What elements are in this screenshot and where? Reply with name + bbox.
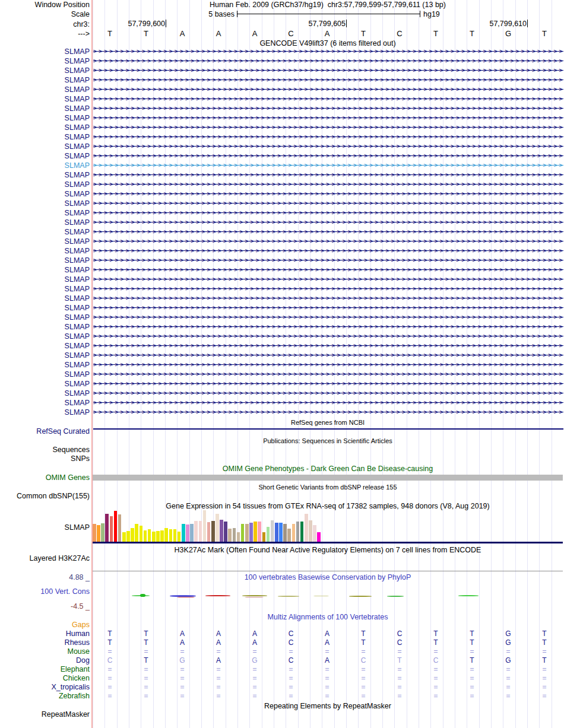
alignment-base: =: [214, 647, 223, 656]
alignment-base: =: [141, 683, 151, 692]
alignment-base: =: [359, 647, 368, 656]
gtex-tissue-bar: [313, 525, 316, 542]
species-label[interactable]: Elephant: [0, 665, 90, 674]
coordinate-1: 57,799,600: [118, 20, 165, 28]
phylop-track-label[interactable]: 100 Vert. Cons: [0, 587, 90, 596]
gtex-tissue-bar: [262, 532, 266, 542]
alignment-base: =: [322, 683, 332, 692]
alignment-base: =: [105, 674, 115, 683]
base-letter: G: [504, 29, 512, 39]
alignment-base: =: [141, 674, 151, 683]
gtex-tissue-bar: [211, 521, 215, 542]
coordinate-tick: [166, 20, 166, 27]
multiz-species-row[interactable]: Elephant=============: [0, 665, 564, 674]
alignment-base: T: [141, 630, 151, 638]
base-letter: T: [142, 29, 150, 39]
species-label[interactable]: Gaps: [0, 621, 90, 630]
gtex-tissue-bar: [194, 521, 198, 542]
alignment-base: A: [250, 630, 259, 638]
window-position-label: Window Position: [0, 0, 90, 9]
multiz-species-row[interactable]: Zebrafish=============: [0, 692, 564, 701]
gtex-tissue-bar: [178, 532, 181, 542]
multiz-species-row[interactable]: HumanTTAAACATCTTGT: [0, 630, 564, 638]
base-letter: C: [395, 29, 404, 39]
alignment-base: A: [322, 630, 332, 638]
multiz-species-row[interactable]: DogCTGAGCACTCTGT: [0, 656, 564, 665]
alignment-base: T: [359, 638, 368, 647]
coordinate-3: 57,799,610: [479, 20, 527, 28]
alignment-base: =: [467, 674, 477, 683]
alignment-base: A: [178, 638, 187, 647]
species-label[interactable]: Chicken: [0, 674, 90, 683]
alignment-base: =: [503, 674, 513, 683]
refseq-curated-label[interactable]: RefSeq Curated: [0, 427, 90, 436]
multiz-species-row[interactable]: Gaps: [0, 621, 564, 630]
alignment-base: C: [431, 656, 441, 665]
alignment-base: A: [214, 630, 223, 638]
phylop-mark: [278, 596, 299, 597]
phylop-mark: [140, 594, 145, 597]
sequences-label[interactable]: Sequences: [0, 445, 90, 454]
gtex-tissue-bar: [271, 520, 274, 542]
gtex-tissue-bar: [296, 522, 300, 542]
multiz-species-row[interactable]: X_tropicalis=============: [0, 683, 564, 692]
alignment-base: =: [178, 674, 187, 683]
species-label[interactable]: Human: [0, 630, 90, 638]
gtex-tissue-bar: [164, 528, 168, 542]
gtex-tissue-bar: [199, 521, 202, 542]
alignment-base: =: [395, 665, 404, 674]
repeatmasker-label[interactable]: RepeatMasker: [0, 710, 90, 719]
strand-label: --->: [0, 29, 90, 39]
alignment-base: A: [250, 638, 259, 647]
species-label[interactable]: Zebrafish: [0, 692, 90, 701]
alignment-base: =: [431, 692, 441, 701]
coordinate-tick: [527, 20, 528, 27]
base-letter: T: [106, 29, 114, 39]
alignment-base: =: [178, 683, 187, 692]
gtex-tissue-bar: [305, 514, 308, 542]
gtex-tissue-bar: [169, 529, 173, 542]
alignment-base: =: [431, 647, 441, 656]
multiz-species-row[interactable]: Chicken=============: [0, 674, 564, 683]
alignment-base: =: [105, 683, 115, 692]
species-label[interactable]: Mouse: [0, 647, 90, 656]
gtex-tissue-bar: [101, 523, 104, 542]
species-label[interactable]: Dog: [0, 656, 90, 665]
alignment-base: A: [322, 638, 332, 647]
gtex-gene-label[interactable]: SLMAP: [0, 523, 90, 532]
common-dbsnp-label[interactable]: Common dbSNP(155): [0, 491, 90, 501]
gencode-track-title: GENCODE V49lift37 (6 items filtered out): [93, 39, 563, 48]
phylop-mark: [242, 595, 267, 596]
gtex-tissue-bar: [135, 524, 138, 542]
species-label[interactable]: Rhesus: [0, 638, 90, 647]
position-text: chr3:57,799,599-57,799,611 (13 bp): [328, 1, 446, 9]
omim-genes-label[interactable]: OMIM Genes: [0, 473, 90, 482]
alignment-base: =: [540, 665, 549, 674]
gtex-tissue-bar: [233, 528, 236, 542]
gtex-tissue-bar: [241, 524, 245, 542]
assembly-short: hg19: [423, 10, 459, 18]
alignment-base: =: [359, 683, 368, 692]
alignment-base: =: [214, 665, 223, 674]
species-label[interactable]: X_tropicalis: [0, 683, 90, 692]
multiz-species-row[interactable]: Mouse=============: [0, 647, 564, 656]
phylop-mark: [387, 596, 404, 597]
gtex-tissue-bar: [118, 514, 122, 542]
alignment-base: C: [286, 656, 296, 665]
base-letter: A: [178, 29, 186, 39]
base-letter: C: [287, 29, 295, 39]
phylop-track-title: 100 vertebrates Basewise Conservation by…: [93, 573, 563, 582]
gtex-tissue-bar: [237, 532, 240, 542]
alignment-base: =: [322, 674, 332, 683]
gtex-tissue-bar: [144, 530, 147, 542]
alignment-base: T: [431, 630, 441, 638]
layered-h3k27ac-label[interactable]: Layered H3K27Ac: [0, 554, 90, 563]
gtex-tissue-bar: [93, 524, 96, 542]
alignment-base: T: [395, 656, 404, 665]
gtex-tissue-bar: [173, 529, 177, 542]
multiz-species-row[interactable]: RhesusTTAAACATCTTGT: [0, 638, 564, 647]
track-separator-line: [93, 571, 563, 571]
alignment-base: C: [105, 656, 115, 665]
chrom-label: chr3:: [0, 20, 90, 29]
snps-label[interactable]: SNPs: [0, 454, 90, 463]
